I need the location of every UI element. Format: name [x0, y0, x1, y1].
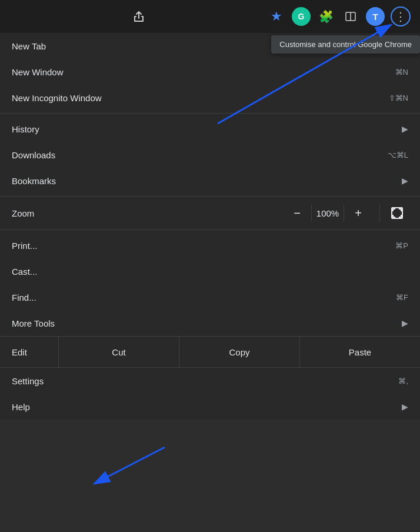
- menu-item-find[interactable]: Find... ⌘F: [0, 284, 420, 310]
- grammarly-icon[interactable]: G: [292, 7, 311, 26]
- menu-label-find: Find...: [12, 292, 384, 302]
- divider-3: [0, 230, 420, 230]
- share-button[interactable]: [129, 7, 148, 26]
- menu-item-more-tools[interactable]: More Tools ▶: [0, 310, 420, 336]
- bookmark-star-icon[interactable]: ★: [267, 7, 286, 26]
- zoom-separator-2: [344, 205, 344, 221]
- menu-shortcut-print: ⌘P: [395, 241, 408, 250]
- menu-item-new-window[interactable]: New Window ⌘N: [0, 59, 420, 85]
- divider-1: [0, 113, 420, 114]
- menu-item-settings[interactable]: Settings ⌘,: [0, 368, 420, 394]
- menu-item-history[interactable]: History ▶: [0, 116, 420, 142]
- menu-shortcut-downloads: ⌥⌘L: [388, 151, 408, 159]
- zoom-controls: − 100% +: [284, 201, 371, 225]
- bookmarks-arrow-icon: ▶: [402, 176, 408, 185]
- svg-line-5: [94, 447, 165, 484]
- menu-shortcut-new-incognito: ⇧⌘N: [389, 94, 408, 102]
- cut-button[interactable]: Cut: [59, 337, 179, 367]
- menu-label-downloads: Downloads: [12, 150, 376, 160]
- zoom-value-display: 100%: [313, 208, 342, 218]
- zoom-in-button[interactable]: +: [345, 201, 371, 225]
- chrome-menu: New Tab New Window ⌘N New Incognito Wind…: [0, 33, 420, 420]
- menu-label-cast: Cast...: [12, 267, 408, 277]
- menu-item-zoom: Zoom − 100% +: [0, 199, 420, 227]
- menu-label-new-incognito: New Incognito Window: [12, 93, 377, 103]
- menu-item-bookmarks[interactable]: Bookmarks ▶: [0, 168, 420, 194]
- menu-shortcut-settings: ⌘,: [398, 377, 408, 385]
- zoom-fullscreen-separator: [379, 205, 380, 221]
- toolbar-icons: ★ G 🧩 T ⋮: [267, 6, 411, 26]
- zoom-separator-1: [311, 205, 312, 221]
- menu-label-settings: Settings: [12, 376, 386, 386]
- menu-label-zoom: Zoom: [12, 208, 59, 218]
- menu-item-cast[interactable]: Cast...: [0, 258, 420, 284]
- extensions-icon[interactable]: 🧩: [316, 7, 335, 26]
- history-arrow-icon: ▶: [402, 124, 408, 134]
- browser-bar: ★ G 🧩 T ⋮: [0, 0, 420, 33]
- menu-label-bookmarks: Bookmarks: [12, 176, 397, 186]
- menu-label-help: Help: [12, 402, 397, 412]
- menu-shortcut-find: ⌘F: [396, 293, 408, 302]
- split-view-icon[interactable]: [341, 7, 360, 26]
- paste-button[interactable]: Paste: [300, 337, 420, 367]
- profile-avatar[interactable]: T: [366, 7, 385, 26]
- tooltip: Customise and control Google Chrome: [271, 35, 420, 54]
- help-arrow-icon: ▶: [402, 402, 408, 411]
- edit-row: Edit Cut Copy Paste: [0, 336, 420, 368]
- menu-label-print: Print...: [12, 241, 384, 251]
- divider-2: [0, 196, 420, 197]
- more-tools-arrow-icon: ▶: [402, 318, 408, 328]
- menu-item-new-incognito[interactable]: New Incognito Window ⇧⌘N: [0, 85, 420, 111]
- tooltip-text: Customise and control Google Chrome: [279, 40, 412, 49]
- fullscreen-button[interactable]: [386, 202, 408, 224]
- menu-label-more-tools: More Tools: [12, 318, 397, 328]
- menu-shortcut-new-window: ⌘N: [395, 68, 408, 77]
- menu-item-help[interactable]: Help ▶: [0, 394, 420, 420]
- menu-item-downloads[interactable]: Downloads ⌥⌘L: [0, 142, 420, 168]
- zoom-out-button[interactable]: −: [284, 201, 310, 225]
- menu-label-new-window: New Window: [12, 67, 384, 77]
- menu-label-history: History: [12, 124, 397, 134]
- menu-label-edit: Edit: [0, 337, 59, 367]
- copy-button[interactable]: Copy: [179, 337, 300, 367]
- chrome-menu-button[interactable]: ⋮: [391, 6, 411, 26]
- menu-item-print[interactable]: Print... ⌘P: [0, 232, 420, 258]
- fullscreen-icon: [391, 207, 403, 219]
